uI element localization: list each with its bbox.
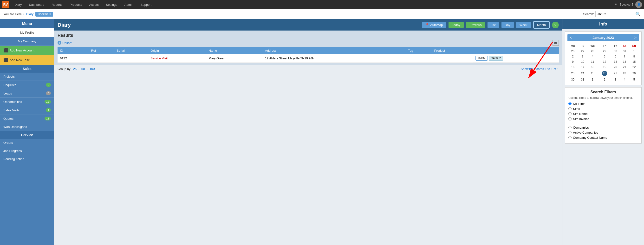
help-button[interactable]: ? [552, 22, 559, 28]
previous-button[interactable]: Previous [466, 22, 485, 28]
cal-day[interactable]: 5 [629, 77, 639, 82]
sidebar-item-add-new-account[interactable]: ⬛ Add New Account [0, 46, 54, 55]
cal-day[interactable]: 27 [611, 70, 620, 77]
cal-day[interactable]: 26 [568, 48, 578, 54]
cal-day[interactable]: 9 [568, 59, 578, 64]
cal-day[interactable]: 12 [598, 59, 611, 64]
cal-day[interactable]: 30 [611, 48, 620, 54]
origin-link[interactable]: Service Visit [150, 56, 168, 60]
cal-day[interactable]: 31 [578, 77, 587, 82]
filter-active-companies-radio[interactable] [568, 131, 572, 134]
filter-company-contact-name-radio[interactable] [568, 136, 572, 139]
filter-site-name[interactable]: Site Name [568, 112, 638, 116]
cal-day[interactable]: 5 [598, 54, 611, 59]
sidebar-item-leads[interactable]: Leads 0 [0, 89, 54, 98]
cal-day[interactable]: 22 [629, 64, 639, 70]
group-by-100[interactable]: 100 [90, 67, 95, 71]
cal-day[interactable]: 18 [587, 64, 598, 70]
week-button[interactable]: Week [516, 22, 531, 28]
cal-day[interactable]: 6 [611, 54, 620, 59]
sidebar-item-my-profile[interactable]: My Profile [0, 28, 54, 37]
cal-day[interactable]: 29 [629, 70, 639, 77]
c40832-button[interactable]: C40832 [489, 56, 503, 61]
group-by-50[interactable]: 50 [81, 67, 85, 71]
search-button[interactable]: 🔍 [635, 11, 641, 17]
sidebar-item-sales-visits[interactable]: Sales Visits 1 [0, 106, 54, 114]
cal-day[interactable]: 27 [578, 48, 587, 54]
filter-active-companies[interactable]: Active Companies [568, 131, 638, 134]
cal-day[interactable]: 20 [611, 64, 620, 70]
filter-site-invoice[interactable]: Site Invoice [568, 117, 638, 121]
cal-day[interactable]: 1 [587, 77, 598, 82]
cal-day[interactable]: 4 [587, 54, 598, 59]
logout-link[interactable]: [ Log out ] [620, 3, 633, 6]
nav-settings[interactable]: Settings [102, 1, 120, 8]
j6132-button[interactable]: J6132 [476, 56, 488, 61]
grid-icon-button[interactable]: ⊞ [552, 40, 559, 46]
cal-day[interactable]: 14 [620, 59, 629, 64]
cal-day[interactable]: 28 [620, 70, 629, 77]
nav-assets[interactable]: Assets [86, 1, 102, 8]
filter-sites-radio[interactable] [568, 107, 572, 110]
cal-day-today[interactable]: 26 [598, 70, 611, 77]
filter-companies-radio[interactable] [568, 126, 572, 129]
cal-day[interactable]: 2 [598, 77, 611, 82]
nav-support[interactable]: Support [137, 1, 155, 8]
list-button[interactable]: List [488, 22, 499, 28]
sidebar-item-enquiries[interactable]: Enquiries 2 [0, 81, 54, 89]
filter-no-filter-radio[interactable] [568, 102, 572, 105]
cal-day[interactable]: 3 [611, 77, 620, 82]
calendar-prev-button[interactable]: < [570, 35, 572, 40]
cal-day[interactable]: 31 [620, 48, 629, 54]
filter-no-filter[interactable]: No Filter [568, 102, 638, 106]
filter-site-name-radio[interactable] [568, 112, 572, 115]
nav-reports[interactable]: Reports [48, 1, 66, 8]
cal-day[interactable]: 10 [578, 59, 587, 64]
calendar-next-button[interactable]: > [634, 35, 636, 40]
automap-button[interactable]: 📍 AutoMap [422, 22, 446, 28]
cal-day[interactable]: 4 [620, 77, 629, 82]
sidebar-item-quotes[interactable]: Quotes 13 [0, 114, 54, 123]
nav-products[interactable]: Products [66, 1, 85, 8]
cal-day[interactable]: 16 [568, 64, 578, 70]
sidebar-item-opportunities[interactable]: Opportunities 12 [0, 98, 54, 106]
filter-sites[interactable]: Sites [568, 107, 638, 111]
cal-day[interactable]: 29 [598, 48, 611, 54]
cal-day[interactable]: 2 [568, 54, 578, 59]
cal-day[interactable]: 8 [629, 54, 639, 59]
day-button[interactable]: Day [502, 22, 514, 28]
cal-day[interactable]: 28 [587, 48, 598, 54]
sidebar-item-job-progress[interactable]: Job Progress [0, 147, 54, 155]
nav-diary[interactable]: Diary [11, 1, 25, 8]
sidebar-item-orders[interactable]: Orders [0, 139, 54, 147]
cal-day[interactable]: 11 [587, 59, 598, 64]
group-by-25[interactable]: 25 [73, 67, 76, 71]
cal-day[interactable]: 25 [587, 70, 598, 77]
bookmark-button[interactable]: Bookmark [36, 12, 53, 16]
cal-day[interactable]: 15 [629, 59, 639, 64]
unsort-link[interactable]: i Unsort [58, 41, 72, 45]
sidebar-item-add-new-task[interactable]: ⬛ Add New Task [0, 55, 54, 65]
cal-day[interactable]: 1 [629, 48, 639, 54]
breadcrumb-location[interactable]: Diary [26, 12, 34, 16]
cal-day[interactable]: 3 [578, 54, 587, 59]
sidebar-item-projects[interactable]: Projects [0, 73, 54, 81]
filter-site-invoice-radio[interactable] [568, 117, 572, 120]
sidebar-item-won-unassigned[interactable]: Won Unassigned [0, 123, 54, 131]
nav-dashboard[interactable]: Dashboard [26, 1, 48, 8]
search-input[interactable] [595, 11, 634, 17]
cal-day[interactable]: 7 [620, 54, 629, 59]
sidebar-item-my-company[interactable]: My Company [0, 37, 54, 46]
filter-company-contact-name[interactable]: Company Contact Name [568, 136, 638, 139]
cal-day[interactable]: 19 [598, 64, 611, 70]
month-button[interactable]: Month [533, 21, 550, 29]
cal-day[interactable]: 24 [578, 70, 587, 77]
cal-day[interactable]: 23 [568, 70, 578, 77]
today-button[interactable]: Today [448, 22, 464, 28]
cal-day[interactable]: 17 [578, 64, 587, 70]
cal-day[interactable]: 13 [611, 59, 620, 64]
sidebar-item-pending-action[interactable]: Pending Action [0, 155, 54, 163]
filter-companies[interactable]: Companies [568, 126, 638, 129]
nav-admin[interactable]: Admin [121, 1, 137, 8]
cal-day[interactable]: 21 [620, 64, 629, 70]
